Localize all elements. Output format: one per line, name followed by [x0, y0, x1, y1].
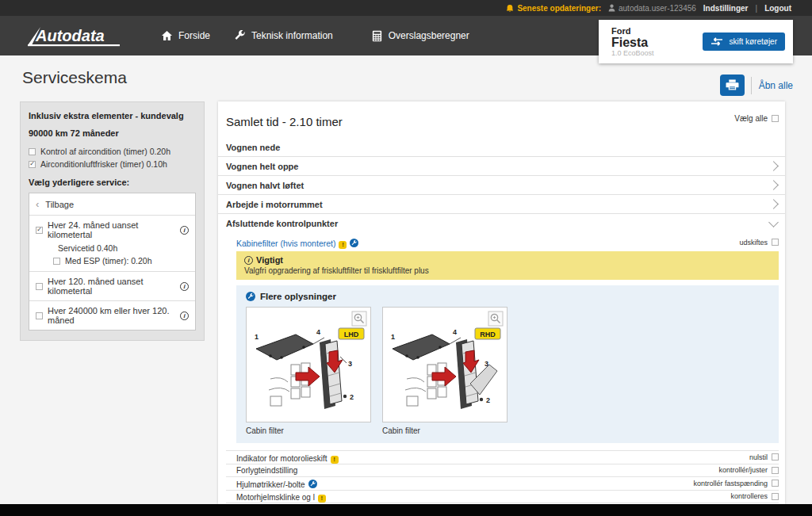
switch-vehicle-button[interactable]: skift køretøjer	[703, 32, 785, 51]
task-checkbox[interactable]	[772, 493, 779, 500]
magnifier-icon[interactable]	[488, 312, 503, 326]
svg-text:Autodata: Autodata	[35, 27, 105, 44]
svg-text:2: 2	[350, 393, 354, 401]
cabin-filter-row: Kabinefilter (hvis monteret)! udskiftes	[226, 233, 779, 251]
chevron-down-icon	[768, 217, 779, 227]
technical-diagram[interactable]: 1	[246, 307, 371, 422]
logout-link[interactable]: Logout	[764, 4, 791, 13]
nav-item-teknisk-information[interactable]: Teknisk information	[234, 30, 333, 42]
svg-text:2: 2	[486, 396, 490, 404]
info-icon[interactable]: i	[180, 226, 189, 235]
page-toolbar: Åbn alle	[720, 75, 793, 96]
rhd-badge: RHD	[475, 328, 500, 339]
latest-updates-link[interactable]: Seneste opdateringer:	[506, 4, 601, 13]
cabin-filter-link[interactable]: Kabinefilter (hvis monteret)	[236, 239, 335, 248]
service-schedule-panel: Samlet tid - 2.10 timer Vælg alle Vognen…	[218, 101, 785, 504]
service-row-24-maaned[interactable]: Hver 24. måned uanset kilometertal i Ser…	[29, 216, 195, 272]
repair-info-icon[interactable]	[350, 239, 358, 247]
svg-text:4: 4	[316, 328, 320, 336]
section-vognen-helt-oppe[interactable]: Vognen helt oppe	[218, 157, 785, 176]
logged-in-user: autodata.user-123456	[608, 4, 696, 13]
warning-icon: !	[318, 495, 326, 503]
section-list: Vognen nede Vognen helt oppe Vognen halv…	[218, 138, 785, 233]
info-icon[interactable]: i	[180, 282, 189, 291]
page-content: Serviceskema Åbn alle Inklusiv ekstra el…	[0, 55, 812, 504]
item-forlygteindstilling: Forlygteindstilling kontrollér/juster	[226, 464, 779, 478]
info-icon[interactable]: i	[180, 312, 189, 320]
vehicle-variant: 1.0 EcoBoost	[611, 49, 654, 57]
bell-icon	[506, 4, 514, 13]
item-motorhjelmsklinke: Motorhjelmsklinke og l! kontrolleres	[226, 491, 779, 504]
chevron-right-icon	[768, 180, 779, 190]
total-time-heading: Samlet tid - 2.10 timer	[226, 115, 343, 128]
select-more-service-label: Vælg yderligere service:	[29, 178, 196, 187]
user-icon	[608, 4, 615, 12]
chevron-right-icon	[768, 161, 779, 171]
interval-label: 90000 km 72 måneder	[29, 128, 196, 138]
home-icon	[161, 30, 173, 41]
svg-text:3: 3	[348, 360, 352, 368]
topbar-separator: |	[756, 4, 758, 13]
checkbox[interactable]	[36, 283, 43, 290]
autodata-logo[interactable]: Autodata	[20, 21, 126, 50]
cabin-filter-image-rhd: 1	[382, 307, 508, 435]
warning-icon: !	[339, 241, 347, 249]
vehicle-card: Ford Fiesta 1.0 EcoBoost skift køretøjer	[599, 20, 793, 63]
repair-info-icon[interactable]	[308, 480, 317, 488]
task-checkbox[interactable]	[772, 453, 779, 461]
checkbox-checked[interactable]	[29, 161, 36, 168]
technical-diagram[interactable]: 1	[382, 307, 508, 422]
select-all-checkbox[interactable]	[772, 115, 779, 122]
item-indikator-motorolieskift: Indikator for motorolieskift! nulstil	[226, 451, 779, 464]
wrench-icon	[234, 30, 246, 42]
sidebar-heading: Inklusiv ekstra elementer - kundevalg	[29, 111, 196, 120]
image-caption: Cabin filter	[246, 426, 371, 435]
print-button[interactable]	[720, 75, 745, 96]
svg-text:3: 3	[485, 360, 488, 368]
section-afsluttende-kontrolpunkter[interactable]: Afsluttende kontrolpunkter	[218, 214, 785, 233]
service-row-240000-km[interactable]: Hver 240000 km eller hver 120. måned i	[29, 301, 195, 330]
section-vognen-halvt-loeftet[interactable]: Vognen halvt løftet	[218, 176, 785, 195]
service-time-detail: Servicetid 0.40h	[58, 243, 189, 253]
checkbox[interactable]	[36, 312, 43, 319]
more-info-box: Flere oplysninger	[236, 285, 779, 443]
lhd-badge: LHD	[339, 328, 364, 339]
checkpoint-list: Indikator for motorolieskift! nulstil Fo…	[226, 450, 779, 504]
svg-text:LHD: LHD	[344, 331, 359, 338]
task-checkbox[interactable]	[772, 480, 779, 487]
toolbar-divider	[751, 77, 752, 94]
checkbox-checked[interactable]	[36, 227, 43, 234]
important-notice-box: i Vigtigt Valgfri opgradering af frisklu…	[236, 251, 779, 280]
nav-item-forside[interactable]: Forside	[161, 30, 210, 41]
vehicle-model: Fiesta	[611, 36, 654, 49]
task-checkbox[interactable]	[772, 239, 779, 246]
chevron-right-icon	[768, 199, 779, 209]
open-all-link[interactable]: Åbn alle	[759, 80, 793, 91]
repair-info-icon	[246, 292, 255, 301]
cabin-filter-action[interactable]: udskiftes	[739, 239, 779, 247]
section-arbejde-i-motorrummet[interactable]: Arbejde i motorrummet	[218, 195, 785, 214]
section-vognen-nede[interactable]: Vognen nede	[218, 138, 785, 157]
vehicle-make: Ford	[611, 26, 654, 36]
select-all-control[interactable]: Vælg alle	[734, 108, 779, 128]
option-airfreshener[interactable]: Airconditionluftfrisker (timer) 0.10h	[29, 159, 196, 169]
magnifier-icon[interactable]	[352, 312, 366, 326]
svg-text:1: 1	[391, 333, 395, 341]
checkbox[interactable]	[53, 258, 60, 265]
task-checkbox[interactable]	[772, 467, 779, 474]
service-options-sidebar: Inklusiv ekstra elementer - kundevalg 90…	[20, 101, 205, 341]
calculator-icon	[371, 30, 383, 42]
nav-item-overslagsberegner[interactable]: Overslagsberegner	[371, 30, 469, 42]
option-aircondition-check[interactable]: Kontrol af aircondition (timer) 0.20h	[29, 147, 196, 156]
svg-text:4: 4	[453, 328, 457, 336]
cabin-filter-image-lhd: 1	[246, 307, 371, 435]
svg-text:RHD: RHD	[480, 331, 496, 338]
checkbox[interactable]	[29, 148, 36, 155]
afsluttende-expanded-content: Kabinefilter (hvis monteret)! udskiftes …	[218, 233, 785, 443]
info-icon: i	[244, 256, 253, 265]
esp-suboption[interactable]: Med ESP (timer): 0.20h	[53, 256, 189, 266]
nav-menu: Forside Teknisk information Overslagsber…	[161, 30, 469, 42]
back-row[interactable]: ‹ Tilbage	[29, 193, 195, 216]
service-row-120-maaned[interactable]: Hver 120. måned uanset kilometertal i	[29, 272, 195, 301]
settings-link[interactable]: Indstillinger	[703, 4, 749, 13]
